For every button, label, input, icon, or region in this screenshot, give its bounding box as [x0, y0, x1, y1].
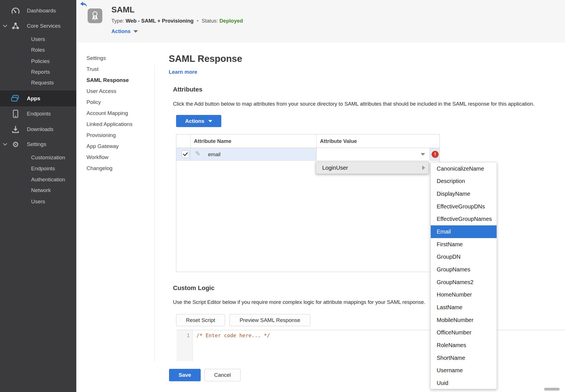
submenu-item-email[interactable]: Email: [431, 225, 497, 238]
cancel-button[interactable]: Cancel: [204, 369, 241, 381]
separator-dot: •: [197, 18, 198, 24]
nav-item-saml-response[interactable]: SAML Response: [86, 75, 151, 86]
horizontal-scrollbar-thumb[interactable]: [544, 388, 560, 391]
submenu-item-canonicalizename[interactable]: CanonicalizeName: [431, 162, 497, 175]
sidebar-item-users[interactable]: Users: [0, 34, 76, 45]
submenu-item-rolenames[interactable]: RoleNames: [431, 339, 497, 352]
sidebar-item-core-services[interactable]: Core Services: [0, 20, 76, 32]
reset-script-button[interactable]: Reset Script: [176, 314, 225, 326]
script-editor[interactable]: 1 /* Enter code here... */: [177, 330, 565, 361]
submenu-item-groupdn[interactable]: GroupDN: [431, 251, 497, 263]
value-dropdown-menu-loginuser[interactable]: LoginUser: [316, 162, 429, 174]
nav-item-app-gateway[interactable]: App Gateway: [86, 141, 151, 152]
line-number: 1: [187, 332, 190, 338]
attributes-description: Click the Add button below to map attrib…: [173, 101, 534, 107]
page-title: SAML Response: [169, 53, 242, 64]
sidebar-item-label: Apps: [27, 95, 40, 102]
attributes-actions-button[interactable]: Actions: [176, 115, 221, 127]
apps-icon: [11, 95, 20, 102]
nav-item-user-access[interactable]: User Access: [86, 86, 151, 97]
pencil-icon[interactable]: ✎: [195, 150, 200, 157]
nav-item-provisioning[interactable]: Provisioning: [86, 130, 151, 141]
nav-item-linked-applications[interactable]: Linked Applications: [86, 119, 151, 130]
attribute-value-dropdown[interactable]: [316, 148, 430, 160]
submenu-item-groupnames2[interactable]: GroupNames2: [431, 276, 497, 289]
sidebar-item-policies[interactable]: Policies: [0, 56, 76, 67]
saml-app-icon: [88, 8, 102, 23]
submenu-item-firstname[interactable]: FirstName: [431, 238, 497, 251]
submenu-item-lastname[interactable]: LastName: [431, 301, 497, 314]
app-meta: Type: Web - SAML + Provisioning • Status…: [111, 18, 243, 24]
table-row[interactable]: ✎ email !: [176, 148, 440, 161]
row-checkbox[interactable]: [182, 151, 189, 158]
status-badge: Deployed: [219, 18, 243, 24]
header-actions-menu[interactable]: Actions: [111, 28, 138, 34]
type-label: Type:: [111, 18, 124, 24]
nav-item-settings[interactable]: Settings: [86, 53, 151, 64]
submenu-item-homenumber[interactable]: HomeNumber: [431, 289, 497, 301]
type-value: Web - SAML + Provisioning: [125, 18, 193, 24]
download-icon: [11, 125, 20, 133]
smartphone-icon: [11, 110, 20, 118]
nav-item-workflow[interactable]: Workflow: [86, 152, 151, 163]
chevron-down-icon[interactable]: [3, 143, 7, 146]
attribute-name-cell: email: [208, 148, 220, 161]
sidebar: Dashboards Core Services Users Roles Pol…: [0, 0, 76, 392]
preview-saml-response-button[interactable]: Preview SAML Response: [230, 314, 310, 326]
nav-content-divider: [155, 65, 155, 361]
gauge-icon: [11, 7, 20, 14]
sidebar-item-endpoints[interactable]: Endpoints: [0, 108, 76, 119]
sidebar-item-requests[interactable]: Requests: [0, 77, 76, 88]
sidebar-item-reports[interactable]: Reports: [0, 66, 76, 78]
nav-item-account-mapping[interactable]: Account Mapping: [86, 108, 151, 119]
loginuser-attributes-submenu: CanonicalizeName Description DisplayName…: [430, 162, 497, 389]
caret-down-icon: [133, 30, 138, 33]
save-button[interactable]: Save: [169, 369, 201, 381]
custom-logic-heading: Custom Logic: [173, 284, 215, 292]
editor-gutter: 1: [177, 330, 193, 361]
submenu-item-officenumber[interactable]: OfficeNumber: [431, 326, 497, 339]
submenu-item-mobilenumber[interactable]: MobileNumber: [431, 314, 497, 326]
sidebar-item-endpoints-settings[interactable]: Endpoints: [0, 163, 76, 174]
column-header-attribute-value: Attribute Value: [320, 134, 357, 148]
sidebar-item-label: Core Services: [27, 23, 60, 29]
status-label: Status:: [202, 18, 218, 24]
caret-down-icon: [421, 153, 425, 156]
column-header-attribute-name: Attribute Name: [194, 134, 231, 148]
sidebar-item-settings[interactable]: ⚙ Settings: [0, 139, 76, 150]
custom-logic-description: Use the Script Editor below if you requi…: [173, 299, 425, 305]
app-config-nav: Settings Trust SAML Response User Access…: [86, 53, 151, 174]
sidebar-item-roles[interactable]: Roles: [0, 44, 76, 56]
submenu-item-uuid[interactable]: Uuid: [431, 377, 497, 389]
submenu-item-effectivegroupdns[interactable]: EffectiveGroupDNs: [431, 200, 497, 213]
submenu-item-username[interactable]: Username: [431, 364, 497, 377]
submenu-item-shortname[interactable]: ShortName: [431, 352, 497, 364]
sidebar-item-downloads[interactable]: Downloads: [0, 124, 76, 135]
nav-item-trust[interactable]: Trust: [86, 64, 151, 75]
gear-icon: ⚙: [11, 141, 20, 148]
nav-item-policy[interactable]: Policy: [86, 97, 151, 108]
nav-item-changelog[interactable]: Changelog: [86, 163, 151, 174]
learn-more-link[interactable]: Learn more: [169, 69, 197, 75]
submenu-item-groupnames[interactable]: GroupNames: [431, 263, 497, 276]
app-title: SAML: [111, 5, 135, 14]
core-services-icon: [11, 22, 20, 30]
sidebar-item-authentication[interactable]: Authentication: [0, 174, 76, 185]
sidebar-item-apps[interactable]: Apps: [0, 91, 76, 106]
table-header: Attribute Name Attribute Value: [176, 134, 440, 148]
submenu-item-displayname[interactable]: DisplayName: [431, 188, 497, 200]
submenu-item-effectivegroupnames[interactable]: EffectiveGroupNames: [431, 213, 497, 226]
attributes-table: Attribute Name Attribute Value ✎ email !: [176, 134, 440, 272]
sidebar-item-label: Dashboards: [27, 8, 56, 14]
caret-right-icon: [422, 165, 425, 170]
sidebar-item-network[interactable]: Network: [0, 185, 76, 196]
error-icon: !: [432, 151, 439, 158]
editor-code[interactable]: /* Enter code here... */: [196, 332, 270, 338]
sidebar-item-users-settings[interactable]: Users: [0, 196, 76, 207]
sidebar-item-customization[interactable]: Customization: [0, 152, 76, 163]
chevron-down-icon[interactable]: [3, 25, 7, 27]
back-icon[interactable]: [80, 1, 87, 9]
submenu-item-description[interactable]: Description: [431, 175, 497, 188]
sidebar-item-dashboards[interactable]: Dashboards: [0, 5, 76, 16]
attributes-heading: Attributes: [173, 86, 202, 93]
